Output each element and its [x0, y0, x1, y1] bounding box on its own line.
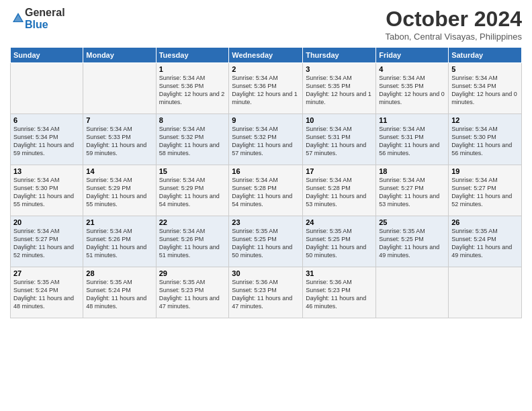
day-cell	[11, 63, 83, 114]
col-header-monday: Monday	[83, 48, 156, 63]
day-number: 9	[232, 116, 300, 124]
day-cell: 17Sunrise: 5:34 AM Sunset: 5:28 PM Dayli…	[303, 165, 376, 216]
day-cell: 22Sunrise: 5:34 AM Sunset: 5:26 PM Dayli…	[156, 216, 229, 267]
day-cell: 4Sunrise: 5:34 AM Sunset: 5:35 PM Daylig…	[376, 63, 449, 114]
day-number: 10	[306, 116, 373, 124]
day-detail: Sunrise: 5:35 AM Sunset: 5:24 PM Dayligh…	[451, 227, 519, 260]
day-cell	[376, 267, 449, 318]
day-detail: Sunrise: 5:35 AM Sunset: 5:25 PM Dayligh…	[232, 227, 300, 260]
day-number: 23	[232, 218, 300, 226]
day-number: 12	[451, 116, 519, 124]
day-number: 29	[159, 269, 226, 277]
week-row-1: 1Sunrise: 5:34 AM Sunset: 5:36 PM Daylig…	[11, 63, 522, 114]
day-number: 21	[86, 218, 152, 226]
day-cell: 5Sunrise: 5:34 AM Sunset: 5:34 PM Daylig…	[449, 63, 522, 114]
day-detail: Sunrise: 5:35 AM Sunset: 5:24 PM Dayligh…	[86, 278, 152, 311]
day-cell: 30Sunrise: 5:36 AM Sunset: 5:23 PM Dayli…	[229, 267, 303, 318]
day-cell: 6Sunrise: 5:34 AM Sunset: 5:34 PM Daylig…	[11, 114, 83, 165]
day-number: 27	[13, 269, 80, 277]
day-detail: Sunrise: 5:34 AM Sunset: 5:30 PM Dayligh…	[451, 125, 519, 158]
day-cell: 26Sunrise: 5:35 AM Sunset: 5:24 PM Dayli…	[449, 216, 522, 267]
day-number: 8	[159, 116, 226, 124]
day-detail: Sunrise: 5:35 AM Sunset: 5:24 PM Dayligh…	[13, 278, 80, 311]
day-detail: Sunrise: 5:34 AM Sunset: 5:26 PM Dayligh…	[159, 227, 226, 260]
day-detail: Sunrise: 5:34 AM Sunset: 5:29 PM Dayligh…	[86, 176, 152, 209]
day-detail: Sunrise: 5:34 AM Sunset: 5:27 PM Dayligh…	[379, 176, 445, 209]
logo-icon	[11, 11, 25, 25]
day-cell: 8Sunrise: 5:34 AM Sunset: 5:32 PM Daylig…	[156, 114, 229, 165]
day-number: 17	[306, 167, 373, 175]
day-cell: 23Sunrise: 5:35 AM Sunset: 5:25 PM Dayli…	[229, 216, 303, 267]
location: Tabon, Central Visayas, Philippines	[385, 32, 522, 42]
day-cell: 28Sunrise: 5:35 AM Sunset: 5:24 PM Dayli…	[83, 267, 156, 318]
header: General Blue October 2024 Tabon, Central…	[10, 7, 522, 42]
day-detail: Sunrise: 5:34 AM Sunset: 5:35 PM Dayligh…	[379, 74, 445, 107]
day-detail: Sunrise: 5:34 AM Sunset: 5:32 PM Dayligh…	[232, 125, 300, 158]
day-cell	[83, 63, 156, 114]
day-detail: Sunrise: 5:34 AM Sunset: 5:36 PM Dayligh…	[232, 74, 300, 107]
col-header-saturday: Saturday	[449, 48, 522, 63]
day-cell	[449, 267, 522, 318]
day-detail: Sunrise: 5:34 AM Sunset: 5:34 PM Dayligh…	[451, 74, 519, 107]
day-detail: Sunrise: 5:36 AM Sunset: 5:23 PM Dayligh…	[232, 278, 300, 311]
day-detail: Sunrise: 5:35 AM Sunset: 5:25 PM Dayligh…	[306, 227, 373, 260]
day-cell: 27Sunrise: 5:35 AM Sunset: 5:24 PM Dayli…	[11, 267, 83, 318]
day-cell: 16Sunrise: 5:34 AM Sunset: 5:28 PM Dayli…	[229, 165, 303, 216]
day-number: 13	[13, 167, 80, 175]
day-number: 11	[379, 116, 445, 124]
day-number: 1	[159, 65, 226, 73]
day-cell: 31Sunrise: 5:36 AM Sunset: 5:23 PM Dayli…	[303, 267, 376, 318]
title-section: October 2024 Tabon, Central Visayas, Phi…	[385, 7, 522, 42]
day-number: 3	[306, 65, 373, 73]
day-number: 22	[159, 218, 226, 226]
day-cell: 11Sunrise: 5:34 AM Sunset: 5:31 PM Dayli…	[376, 114, 449, 165]
day-number: 26	[451, 218, 519, 226]
week-row-4: 20Sunrise: 5:34 AM Sunset: 5:27 PM Dayli…	[11, 216, 522, 267]
day-detail: Sunrise: 5:34 AM Sunset: 5:31 PM Dayligh…	[306, 125, 373, 158]
day-number: 31	[306, 269, 373, 277]
day-detail: Sunrise: 5:35 AM Sunset: 5:23 PM Dayligh…	[159, 278, 226, 311]
col-header-tuesday: Tuesday	[156, 48, 229, 63]
month-title: October 2024	[385, 7, 522, 32]
day-detail: Sunrise: 5:34 AM Sunset: 5:32 PM Dayligh…	[159, 125, 226, 158]
col-header-friday: Friday	[376, 48, 449, 63]
day-cell: 2Sunrise: 5:34 AM Sunset: 5:36 PM Daylig…	[229, 63, 303, 114]
day-cell: 15Sunrise: 5:34 AM Sunset: 5:29 PM Dayli…	[156, 165, 229, 216]
day-number: 19	[451, 167, 519, 175]
day-cell: 29Sunrise: 5:35 AM Sunset: 5:23 PM Dayli…	[156, 267, 229, 318]
day-number: 14	[86, 167, 152, 175]
day-detail: Sunrise: 5:36 AM Sunset: 5:23 PM Dayligh…	[306, 278, 373, 311]
day-cell: 3Sunrise: 5:34 AM Sunset: 5:35 PM Daylig…	[303, 63, 376, 114]
day-number: 30	[232, 269, 300, 277]
day-number: 24	[306, 218, 373, 226]
day-cell: 7Sunrise: 5:34 AM Sunset: 5:33 PM Daylig…	[83, 114, 156, 165]
day-number: 6	[13, 116, 80, 124]
day-detail: Sunrise: 5:34 AM Sunset: 5:27 PM Dayligh…	[13, 227, 80, 260]
logo-blue: Blue	[25, 19, 65, 31]
day-cell: 10Sunrise: 5:34 AM Sunset: 5:31 PM Dayli…	[303, 114, 376, 165]
day-number: 16	[232, 167, 300, 175]
day-number: 25	[379, 218, 445, 226]
col-header-sunday: Sunday	[11, 48, 83, 63]
day-cell: 12Sunrise: 5:34 AM Sunset: 5:30 PM Dayli…	[449, 114, 522, 165]
day-cell: 21Sunrise: 5:34 AM Sunset: 5:26 PM Dayli…	[83, 216, 156, 267]
page: General Blue October 2024 Tabon, Central…	[0, 0, 532, 411]
day-cell: 13Sunrise: 5:34 AM Sunset: 5:30 PM Dayli…	[11, 165, 83, 216]
day-cell: 19Sunrise: 5:34 AM Sunset: 5:27 PM Dayli…	[449, 165, 522, 216]
day-detail: Sunrise: 5:34 AM Sunset: 5:34 PM Dayligh…	[13, 125, 80, 158]
day-number: 4	[379, 65, 445, 73]
day-cell: 1Sunrise: 5:34 AM Sunset: 5:36 PM Daylig…	[156, 63, 229, 114]
day-number: 15	[159, 167, 226, 175]
day-detail: Sunrise: 5:34 AM Sunset: 5:31 PM Dayligh…	[379, 125, 445, 158]
day-detail: Sunrise: 5:34 AM Sunset: 5:27 PM Dayligh…	[451, 176, 519, 209]
calendar-table: SundayMondayTuesdayWednesdayThursdayFrid…	[10, 47, 522, 318]
day-number: 20	[13, 218, 80, 226]
header-row: SundayMondayTuesdayWednesdayThursdayFrid…	[11, 48, 522, 63]
day-detail: Sunrise: 5:34 AM Sunset: 5:28 PM Dayligh…	[232, 176, 300, 209]
day-cell: 14Sunrise: 5:34 AM Sunset: 5:29 PM Dayli…	[83, 165, 156, 216]
day-cell: 20Sunrise: 5:34 AM Sunset: 5:27 PM Dayli…	[11, 216, 83, 267]
logo: General Blue	[10, 7, 65, 30]
day-cell: 25Sunrise: 5:35 AM Sunset: 5:25 PM Dayli…	[376, 216, 449, 267]
col-header-thursday: Thursday	[303, 48, 376, 63]
logo-general: General	[25, 7, 65, 19]
